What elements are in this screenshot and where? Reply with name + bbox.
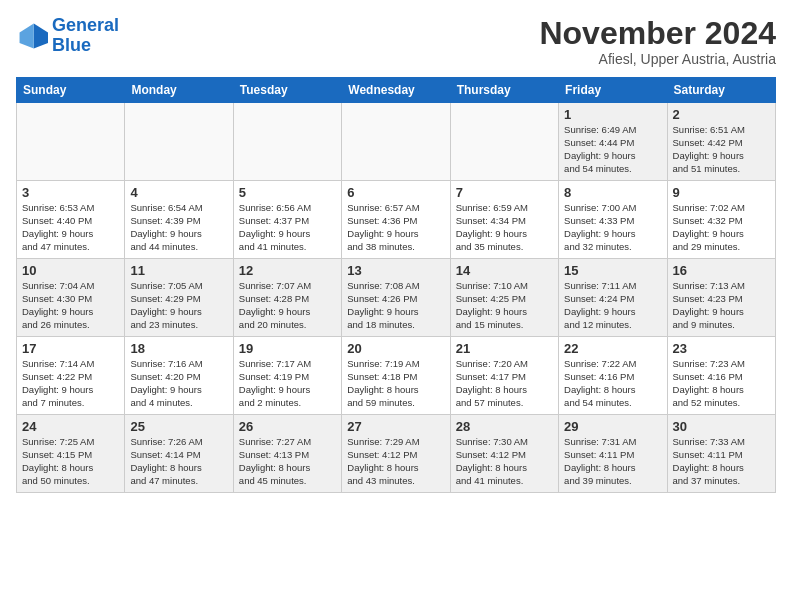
day-number: 19 (239, 341, 336, 356)
calendar-week-1: 3Sunrise: 6:53 AM Sunset: 4:40 PM Daylig… (17, 181, 776, 259)
logo: General Blue (16, 16, 119, 56)
calendar-cell (342, 103, 450, 181)
day-number: 24 (22, 419, 119, 434)
calendar-cell: 5Sunrise: 6:56 AM Sunset: 4:37 PM Daylig… (233, 181, 341, 259)
calendar-week-0: 1Sunrise: 6:49 AM Sunset: 4:44 PM Daylig… (17, 103, 776, 181)
calendar-cell: 10Sunrise: 7:04 AM Sunset: 4:30 PM Dayli… (17, 259, 125, 337)
header-saturday: Saturday (667, 78, 775, 103)
calendar-cell: 18Sunrise: 7:16 AM Sunset: 4:20 PM Dayli… (125, 337, 233, 415)
calendar-cell (125, 103, 233, 181)
calendar-cell: 15Sunrise: 7:11 AM Sunset: 4:24 PM Dayli… (559, 259, 667, 337)
day-info: Sunrise: 7:10 AM Sunset: 4:25 PM Dayligh… (456, 280, 553, 331)
calendar-cell: 16Sunrise: 7:13 AM Sunset: 4:23 PM Dayli… (667, 259, 775, 337)
location: Afiesl, Upper Austria, Austria (539, 51, 776, 67)
day-info: Sunrise: 7:16 AM Sunset: 4:20 PM Dayligh… (130, 358, 227, 409)
calendar-cell: 22Sunrise: 7:22 AM Sunset: 4:16 PM Dayli… (559, 337, 667, 415)
day-number: 22 (564, 341, 661, 356)
day-info: Sunrise: 7:25 AM Sunset: 4:15 PM Dayligh… (22, 436, 119, 487)
month-title: November 2024 (539, 16, 776, 51)
day-info: Sunrise: 7:31 AM Sunset: 4:11 PM Dayligh… (564, 436, 661, 487)
calendar-cell: 14Sunrise: 7:10 AM Sunset: 4:25 PM Dayli… (450, 259, 558, 337)
day-number: 20 (347, 341, 444, 356)
calendar-cell: 2Sunrise: 6:51 AM Sunset: 4:42 PM Daylig… (667, 103, 775, 181)
calendar-cell: 4Sunrise: 6:54 AM Sunset: 4:39 PM Daylig… (125, 181, 233, 259)
day-number: 29 (564, 419, 661, 434)
day-info: Sunrise: 6:59 AM Sunset: 4:34 PM Dayligh… (456, 202, 553, 253)
calendar-cell (233, 103, 341, 181)
calendar-cell: 21Sunrise: 7:20 AM Sunset: 4:17 PM Dayli… (450, 337, 558, 415)
day-number: 14 (456, 263, 553, 278)
calendar-cell: 25Sunrise: 7:26 AM Sunset: 4:14 PM Dayli… (125, 415, 233, 493)
day-number: 26 (239, 419, 336, 434)
day-number: 8 (564, 185, 661, 200)
day-number: 17 (22, 341, 119, 356)
calendar-cell: 3Sunrise: 6:53 AM Sunset: 4:40 PM Daylig… (17, 181, 125, 259)
calendar-cell (450, 103, 558, 181)
calendar-cell: 24Sunrise: 7:25 AM Sunset: 4:15 PM Dayli… (17, 415, 125, 493)
day-info: Sunrise: 7:17 AM Sunset: 4:19 PM Dayligh… (239, 358, 336, 409)
calendar-cell: 7Sunrise: 6:59 AM Sunset: 4:34 PM Daylig… (450, 181, 558, 259)
calendar-cell: 27Sunrise: 7:29 AM Sunset: 4:12 PM Dayli… (342, 415, 450, 493)
day-info: Sunrise: 6:49 AM Sunset: 4:44 PM Dayligh… (564, 124, 661, 175)
day-info: Sunrise: 7:33 AM Sunset: 4:11 PM Dayligh… (673, 436, 770, 487)
calendar-week-3: 17Sunrise: 7:14 AM Sunset: 4:22 PM Dayli… (17, 337, 776, 415)
calendar-cell: 30Sunrise: 7:33 AM Sunset: 4:11 PM Dayli… (667, 415, 775, 493)
day-number: 9 (673, 185, 770, 200)
calendar-cell: 23Sunrise: 7:23 AM Sunset: 4:16 PM Dayli… (667, 337, 775, 415)
calendar-table: Sunday Monday Tuesday Wednesday Thursday… (16, 77, 776, 493)
day-number: 1 (564, 107, 661, 122)
day-info: Sunrise: 7:27 AM Sunset: 4:13 PM Dayligh… (239, 436, 336, 487)
header-sunday: Sunday (17, 78, 125, 103)
day-number: 7 (456, 185, 553, 200)
calendar-cell: 20Sunrise: 7:19 AM Sunset: 4:18 PM Dayli… (342, 337, 450, 415)
day-number: 10 (22, 263, 119, 278)
day-info: Sunrise: 7:30 AM Sunset: 4:12 PM Dayligh… (456, 436, 553, 487)
day-info: Sunrise: 6:56 AM Sunset: 4:37 PM Dayligh… (239, 202, 336, 253)
calendar-cell: 8Sunrise: 7:00 AM Sunset: 4:33 PM Daylig… (559, 181, 667, 259)
header-monday: Monday (125, 78, 233, 103)
day-info: Sunrise: 7:23 AM Sunset: 4:16 PM Dayligh… (673, 358, 770, 409)
header-tuesday: Tuesday (233, 78, 341, 103)
svg-marker-0 (34, 23, 48, 48)
day-number: 12 (239, 263, 336, 278)
day-number: 16 (673, 263, 770, 278)
calendar-week-4: 24Sunrise: 7:25 AM Sunset: 4:15 PM Dayli… (17, 415, 776, 493)
day-number: 15 (564, 263, 661, 278)
calendar-cell: 13Sunrise: 7:08 AM Sunset: 4:26 PM Dayli… (342, 259, 450, 337)
calendar-cell: 28Sunrise: 7:30 AM Sunset: 4:12 PM Dayli… (450, 415, 558, 493)
day-number: 28 (456, 419, 553, 434)
day-info: Sunrise: 7:20 AM Sunset: 4:17 PM Dayligh… (456, 358, 553, 409)
logo-icon (16, 20, 48, 52)
day-number: 13 (347, 263, 444, 278)
day-info: Sunrise: 6:57 AM Sunset: 4:36 PM Dayligh… (347, 202, 444, 253)
day-number: 21 (456, 341, 553, 356)
logo-text: General Blue (52, 16, 119, 56)
header: General Blue November 2024 Afiesl, Upper… (16, 16, 776, 67)
day-number: 11 (130, 263, 227, 278)
day-number: 2 (673, 107, 770, 122)
svg-marker-1 (20, 23, 34, 48)
calendar-cell: 12Sunrise: 7:07 AM Sunset: 4:28 PM Dayli… (233, 259, 341, 337)
calendar-cell: 26Sunrise: 7:27 AM Sunset: 4:13 PM Dayli… (233, 415, 341, 493)
calendar-cell: 6Sunrise: 6:57 AM Sunset: 4:36 PM Daylig… (342, 181, 450, 259)
header-thursday: Thursday (450, 78, 558, 103)
day-info: Sunrise: 7:22 AM Sunset: 4:16 PM Dayligh… (564, 358, 661, 409)
calendar-cell: 29Sunrise: 7:31 AM Sunset: 4:11 PM Dayli… (559, 415, 667, 493)
logo-line1: General (52, 15, 119, 35)
logo-line2: Blue (52, 35, 91, 55)
day-info: Sunrise: 7:29 AM Sunset: 4:12 PM Dayligh… (347, 436, 444, 487)
calendar-cell: 19Sunrise: 7:17 AM Sunset: 4:19 PM Dayli… (233, 337, 341, 415)
day-number: 30 (673, 419, 770, 434)
calendar-week-2: 10Sunrise: 7:04 AM Sunset: 4:30 PM Dayli… (17, 259, 776, 337)
calendar-cell (17, 103, 125, 181)
day-info: Sunrise: 7:14 AM Sunset: 4:22 PM Dayligh… (22, 358, 119, 409)
day-number: 4 (130, 185, 227, 200)
day-number: 3 (22, 185, 119, 200)
day-number: 23 (673, 341, 770, 356)
day-info: Sunrise: 7:00 AM Sunset: 4:33 PM Dayligh… (564, 202, 661, 253)
page: General Blue November 2024 Afiesl, Upper… (0, 0, 792, 612)
day-info: Sunrise: 6:54 AM Sunset: 4:39 PM Dayligh… (130, 202, 227, 253)
day-info: Sunrise: 7:08 AM Sunset: 4:26 PM Dayligh… (347, 280, 444, 331)
calendar-cell: 1Sunrise: 6:49 AM Sunset: 4:44 PM Daylig… (559, 103, 667, 181)
day-info: Sunrise: 7:02 AM Sunset: 4:32 PM Dayligh… (673, 202, 770, 253)
